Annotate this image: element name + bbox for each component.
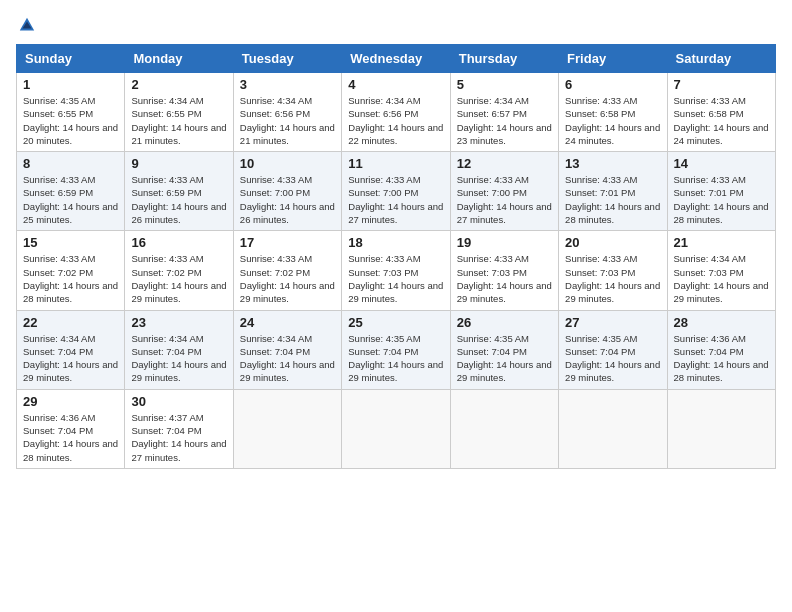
day-number: 14 xyxy=(674,156,769,171)
calendar-cell: 2 Sunrise: 4:34 AMSunset: 6:55 PMDayligh… xyxy=(125,73,233,152)
calendar-week-row: 22 Sunrise: 4:34 AMSunset: 7:04 PMDaylig… xyxy=(17,310,776,389)
calendar-cell: 6 Sunrise: 4:33 AMSunset: 6:58 PMDayligh… xyxy=(559,73,667,152)
weekday-header: Sunday xyxy=(17,45,125,73)
weekday-header: Friday xyxy=(559,45,667,73)
day-number: 13 xyxy=(565,156,660,171)
calendar-week-row: 29 Sunrise: 4:36 AMSunset: 7:04 PMDaylig… xyxy=(17,389,776,468)
day-number: 10 xyxy=(240,156,335,171)
calendar-cell: 17 Sunrise: 4:33 AMSunset: 7:02 PMDaylig… xyxy=(233,231,341,310)
weekday-header: Wednesday xyxy=(342,45,450,73)
day-info: Sunrise: 4:33 AMSunset: 7:00 PMDaylight:… xyxy=(240,173,335,226)
day-number: 27 xyxy=(565,315,660,330)
calendar-cell: 30 Sunrise: 4:37 AMSunset: 7:04 PMDaylig… xyxy=(125,389,233,468)
calendar-week-row: 8 Sunrise: 4:33 AMSunset: 6:59 PMDayligh… xyxy=(17,152,776,231)
day-number: 26 xyxy=(457,315,552,330)
day-info: Sunrise: 4:33 AMSunset: 6:59 PMDaylight:… xyxy=(23,173,118,226)
calendar-cell xyxy=(450,389,558,468)
weekday-header: Saturday xyxy=(667,45,775,73)
day-number: 15 xyxy=(23,235,118,250)
weekday-header: Monday xyxy=(125,45,233,73)
calendar-cell: 21 Sunrise: 4:34 AMSunset: 7:03 PMDaylig… xyxy=(667,231,775,310)
day-info: Sunrise: 4:33 AMSunset: 7:01 PMDaylight:… xyxy=(565,173,660,226)
day-info: Sunrise: 4:33 AMSunset: 7:02 PMDaylight:… xyxy=(131,252,226,305)
day-info: Sunrise: 4:33 AMSunset: 7:00 PMDaylight:… xyxy=(457,173,552,226)
calendar-cell: 28 Sunrise: 4:36 AMSunset: 7:04 PMDaylig… xyxy=(667,310,775,389)
calendar-table: SundayMondayTuesdayWednesdayThursdayFrid… xyxy=(16,44,776,469)
day-info: Sunrise: 4:33 AMSunset: 6:58 PMDaylight:… xyxy=(674,94,769,147)
day-info: Sunrise: 4:36 AMSunset: 7:04 PMDaylight:… xyxy=(23,411,118,464)
calendar-cell: 9 Sunrise: 4:33 AMSunset: 6:59 PMDayligh… xyxy=(125,152,233,231)
day-info: Sunrise: 4:37 AMSunset: 7:04 PMDaylight:… xyxy=(131,411,226,464)
calendar-cell: 5 Sunrise: 4:34 AMSunset: 6:57 PMDayligh… xyxy=(450,73,558,152)
calendar-cell xyxy=(233,389,341,468)
day-number: 22 xyxy=(23,315,118,330)
calendar-cell: 27 Sunrise: 4:35 AMSunset: 7:04 PMDaylig… xyxy=(559,310,667,389)
day-number: 11 xyxy=(348,156,443,171)
day-info: Sunrise: 4:34 AMSunset: 7:04 PMDaylight:… xyxy=(240,332,335,385)
calendar-cell: 4 Sunrise: 4:34 AMSunset: 6:56 PMDayligh… xyxy=(342,73,450,152)
logo-icon xyxy=(18,16,36,34)
day-number: 12 xyxy=(457,156,552,171)
day-info: Sunrise: 4:34 AMSunset: 6:57 PMDaylight:… xyxy=(457,94,552,147)
calendar-cell: 1 Sunrise: 4:35 AMSunset: 6:55 PMDayligh… xyxy=(17,73,125,152)
day-number: 23 xyxy=(131,315,226,330)
calendar-week-row: 15 Sunrise: 4:33 AMSunset: 7:02 PMDaylig… xyxy=(17,231,776,310)
day-number: 24 xyxy=(240,315,335,330)
day-number: 30 xyxy=(131,394,226,409)
day-info: Sunrise: 4:35 AMSunset: 7:04 PMDaylight:… xyxy=(457,332,552,385)
day-number: 1 xyxy=(23,77,118,92)
day-info: Sunrise: 4:34 AMSunset: 6:55 PMDaylight:… xyxy=(131,94,226,147)
day-number: 29 xyxy=(23,394,118,409)
day-info: Sunrise: 4:36 AMSunset: 7:04 PMDaylight:… xyxy=(674,332,769,385)
calendar-header-row: SundayMondayTuesdayWednesdayThursdayFrid… xyxy=(17,45,776,73)
weekday-header: Thursday xyxy=(450,45,558,73)
calendar-cell: 26 Sunrise: 4:35 AMSunset: 7:04 PMDaylig… xyxy=(450,310,558,389)
day-info: Sunrise: 4:33 AMSunset: 7:01 PMDaylight:… xyxy=(674,173,769,226)
day-number: 21 xyxy=(674,235,769,250)
day-number: 19 xyxy=(457,235,552,250)
calendar-cell: 16 Sunrise: 4:33 AMSunset: 7:02 PMDaylig… xyxy=(125,231,233,310)
day-info: Sunrise: 4:33 AMSunset: 6:58 PMDaylight:… xyxy=(565,94,660,147)
day-info: Sunrise: 4:34 AMSunset: 7:03 PMDaylight:… xyxy=(674,252,769,305)
day-info: Sunrise: 4:33 AMSunset: 7:03 PMDaylight:… xyxy=(457,252,552,305)
day-number: 28 xyxy=(674,315,769,330)
day-info: Sunrise: 4:34 AMSunset: 6:56 PMDaylight:… xyxy=(348,94,443,147)
day-info: Sunrise: 4:35 AMSunset: 7:04 PMDaylight:… xyxy=(565,332,660,385)
day-info: Sunrise: 4:33 AMSunset: 7:03 PMDaylight:… xyxy=(565,252,660,305)
day-info: Sunrise: 4:35 AMSunset: 7:04 PMDaylight:… xyxy=(348,332,443,385)
day-info: Sunrise: 4:34 AMSunset: 6:56 PMDaylight:… xyxy=(240,94,335,147)
day-info: Sunrise: 4:33 AMSunset: 7:00 PMDaylight:… xyxy=(348,173,443,226)
calendar-cell: 7 Sunrise: 4:33 AMSunset: 6:58 PMDayligh… xyxy=(667,73,775,152)
calendar-cell: 23 Sunrise: 4:34 AMSunset: 7:04 PMDaylig… xyxy=(125,310,233,389)
day-info: Sunrise: 4:33 AMSunset: 7:03 PMDaylight:… xyxy=(348,252,443,305)
calendar-cell: 19 Sunrise: 4:33 AMSunset: 7:03 PMDaylig… xyxy=(450,231,558,310)
calendar-cell: 13 Sunrise: 4:33 AMSunset: 7:01 PMDaylig… xyxy=(559,152,667,231)
day-number: 7 xyxy=(674,77,769,92)
calendar-week-row: 1 Sunrise: 4:35 AMSunset: 6:55 PMDayligh… xyxy=(17,73,776,152)
day-info: Sunrise: 4:33 AMSunset: 7:02 PMDaylight:… xyxy=(23,252,118,305)
calendar-cell: 25 Sunrise: 4:35 AMSunset: 7:04 PMDaylig… xyxy=(342,310,450,389)
day-number: 9 xyxy=(131,156,226,171)
day-number: 4 xyxy=(348,77,443,92)
calendar-cell: 3 Sunrise: 4:34 AMSunset: 6:56 PMDayligh… xyxy=(233,73,341,152)
day-number: 20 xyxy=(565,235,660,250)
day-info: Sunrise: 4:35 AMSunset: 6:55 PMDaylight:… xyxy=(23,94,118,147)
calendar-cell: 12 Sunrise: 4:33 AMSunset: 7:00 PMDaylig… xyxy=(450,152,558,231)
calendar-cell xyxy=(667,389,775,468)
day-number: 8 xyxy=(23,156,118,171)
calendar-cell: 18 Sunrise: 4:33 AMSunset: 7:03 PMDaylig… xyxy=(342,231,450,310)
calendar-cell: 14 Sunrise: 4:33 AMSunset: 7:01 PMDaylig… xyxy=(667,152,775,231)
calendar-cell: 22 Sunrise: 4:34 AMSunset: 7:04 PMDaylig… xyxy=(17,310,125,389)
calendar-cell: 15 Sunrise: 4:33 AMSunset: 7:02 PMDaylig… xyxy=(17,231,125,310)
weekday-header: Tuesday xyxy=(233,45,341,73)
day-number: 2 xyxy=(131,77,226,92)
day-number: 18 xyxy=(348,235,443,250)
calendar-cell: 8 Sunrise: 4:33 AMSunset: 6:59 PMDayligh… xyxy=(17,152,125,231)
calendar-cell xyxy=(342,389,450,468)
day-number: 25 xyxy=(348,315,443,330)
day-info: Sunrise: 4:34 AMSunset: 7:04 PMDaylight:… xyxy=(23,332,118,385)
day-number: 5 xyxy=(457,77,552,92)
day-info: Sunrise: 4:33 AMSunset: 6:59 PMDaylight:… xyxy=(131,173,226,226)
calendar-cell: 11 Sunrise: 4:33 AMSunset: 7:00 PMDaylig… xyxy=(342,152,450,231)
day-number: 3 xyxy=(240,77,335,92)
